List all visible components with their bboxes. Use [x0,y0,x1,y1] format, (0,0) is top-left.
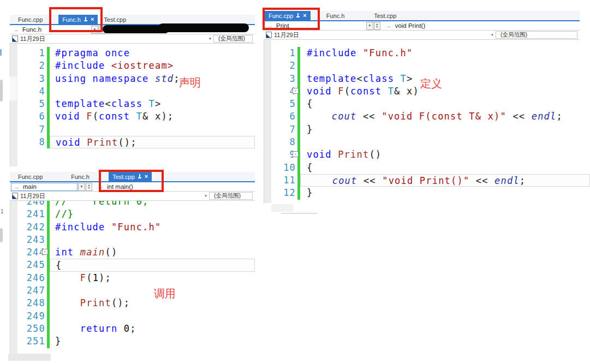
code-text[interactable]: template<class T> [50,98,255,110]
code-text[interactable] [50,123,255,136]
code-text[interactable]: Print(); [50,297,255,309]
code-line: 5{ [264,98,590,110]
line-number: 250 [17,323,47,335]
annotation-definition: 定义 [420,76,442,91]
fold-collapse-icon[interactable]: - [42,249,48,255]
code-text[interactable]: } [300,123,590,136]
scroll-spinner[interactable]: ▲▼ [86,183,92,191]
edge-artifact [0,80,3,102]
code-text[interactable] [50,284,255,297]
code-text[interactable]: return 0; [50,323,255,335]
code-text[interactable]: -void F(const T& x) [300,85,590,98]
line-number: 247 [17,284,47,297]
tab-func-h[interactable]: Func.h [67,172,93,181]
fold-collapse-icon[interactable]: - [293,151,299,157]
red-highlight-box-test-cpp-tab [99,170,164,192]
line-number: 5 [271,98,297,110]
code-line: 11 cout << "void Print()" << endl; [264,174,590,187]
chevron-down-icon[interactable]: ▼ [208,37,212,40]
tab-test-cpp[interactable]: Test.cpp [370,11,400,20]
code-token: () [105,247,118,258]
code-text[interactable]: } [50,335,255,348]
chevron-down-icon[interactable]: ▼ [491,33,494,37]
editor-panel-func-cpp: Func.cpp×Func.hTest.cpp → Print ▼ ▲▼ → v… [264,11,590,204]
scope-combo[interactable]: (全局范围) [209,192,253,200]
scroll-spinner[interactable]: ▲▼ [374,22,380,30]
line-number: 240 [17,201,47,208]
editor-panel-test-cpp: Func.cppFunc.hTest.cpp× → main ▼ ▲▼ → in… [10,172,255,360]
code-text[interactable]: //} [50,208,255,220]
code-text[interactable]: // return 0; [50,201,255,208]
code-token: #include [55,222,111,232]
code-token [142,98,148,109]
tab-func-cpp[interactable]: Func.cpp [14,172,46,181]
code-text[interactable]: #include "Func.h" [50,221,255,234]
tab-bar: Func.cppFunc.h×Test.cpp [10,15,255,24]
nav-symbol-left[interactable]: main [23,183,37,190]
code-editor[interactable]: 1#include "Func.h"23template<class T>4-v… [264,40,590,204]
code-token: { [307,98,313,109]
scope-combo[interactable]: (全局范围) [213,35,253,43]
code-text[interactable]: { [300,98,590,110]
code-text[interactable]: #include <iostream> [50,59,255,72]
code-token [357,175,363,186]
code-token [525,111,531,122]
code-text[interactable]: } [300,187,590,199]
code-text[interactable]: template<class T> [300,73,590,85]
code-text[interactable] [50,310,255,323]
code-token: & [394,86,407,97]
code-text[interactable] [50,85,255,98]
fold-collapse-icon[interactable]: - [293,88,299,94]
code-line: 246 F(1); [10,272,255,284]
change-date-icon [12,35,18,42]
code-token: << [363,175,376,186]
spin-down-icon[interactable]: ▼ [88,187,91,189]
tab-func-h[interactable]: Func.h [323,11,349,20]
code-text[interactable]: cout << "void F(const T& x)" << endl; [300,110,590,123]
symbol-combo[interactable]: → main [11,183,78,191]
code-token [394,73,400,84]
code-token: ; [520,175,526,186]
scope-combo[interactable]: (全局范围) [496,31,577,39]
chevron-down-icon[interactable]: ▼ [366,22,373,30]
code-text[interactable]: F(1); [50,272,255,284]
code-text[interactable]: #include "Func.h" [300,47,590,59]
code-text[interactable]: -void Print() [300,148,590,161]
redacted-area [158,23,249,32]
line-number: 3 [17,73,47,85]
chevron-down-icon[interactable]: ▼ [204,194,207,198]
spin-down-icon[interactable]: ▼ [376,26,378,28]
change-date: 11月29日 [20,192,45,200]
code-text[interactable]: #pragma once [50,47,255,59]
code-text[interactable] [300,59,590,72]
code-text[interactable]: using namespace std; [50,73,255,85]
code-text[interactable]: void F(const T& x); [50,110,255,123]
edge-artifact [271,204,293,212]
code-line: 249 [10,310,255,323]
line-number: 7 [271,123,297,136]
line-number: 2 [271,59,297,72]
code-token: const [99,111,136,122]
code-text-current-line[interactable]: void Print(); [50,136,255,148]
code-token: Print [87,137,118,148]
code-line: 4 [10,85,255,98]
code-token: ; [556,111,562,122]
code-text[interactable] [300,136,590,148]
code-text-current-line[interactable]: cout << "void Print()" << endl; [300,174,590,187]
chevron-down-icon[interactable]: ▼ [78,183,85,191]
code-line: 7} [264,123,590,136]
code-text[interactable]: { [300,162,590,174]
nav-arrow-icon: → [14,183,20,190]
code-token: #pragma once [55,47,130,58]
code-text[interactable]: -int main() [50,246,255,259]
code-text-current-line[interactable]: { [50,259,255,271]
line-number: 245 [17,259,47,271]
code-editor[interactable]: 1#pragma once2#include <iostream>3using … [10,44,255,169]
tab-test-cpp[interactable]: Test.cpp [100,15,130,24]
code-text[interactable] [50,234,255,246]
tab-func-cpp[interactable]: Func.cpp [14,15,46,24]
nav-symbol-right[interactable]: void Print() [395,22,426,29]
nav-symbol-left[interactable]: Func.h [22,26,41,33]
code-token: } [307,124,313,135]
code-editor[interactable]: 240// return 0;241//}242#include "Func.h… [10,201,255,360]
